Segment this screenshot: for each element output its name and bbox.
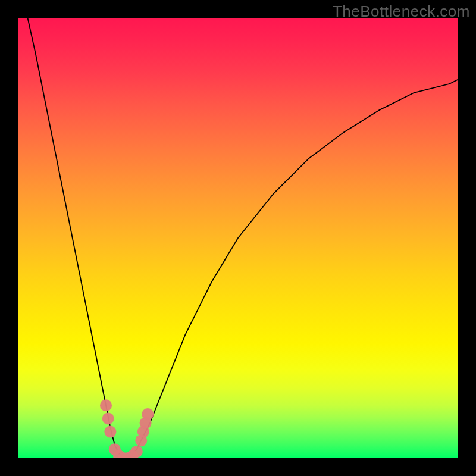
watermark-text: TheBottleneck.com — [333, 2, 470, 21]
highlight-dot — [102, 412, 114, 424]
chart-frame: TheBottleneck.com — [0, 0, 476, 476]
highlight-dot — [100, 399, 112, 411]
plot-area — [18, 18, 458, 458]
highlight-dot — [104, 426, 116, 438]
highlight-dot — [131, 446, 143, 458]
highlight-dot — [142, 408, 154, 420]
chart-svg — [18, 18, 458, 458]
